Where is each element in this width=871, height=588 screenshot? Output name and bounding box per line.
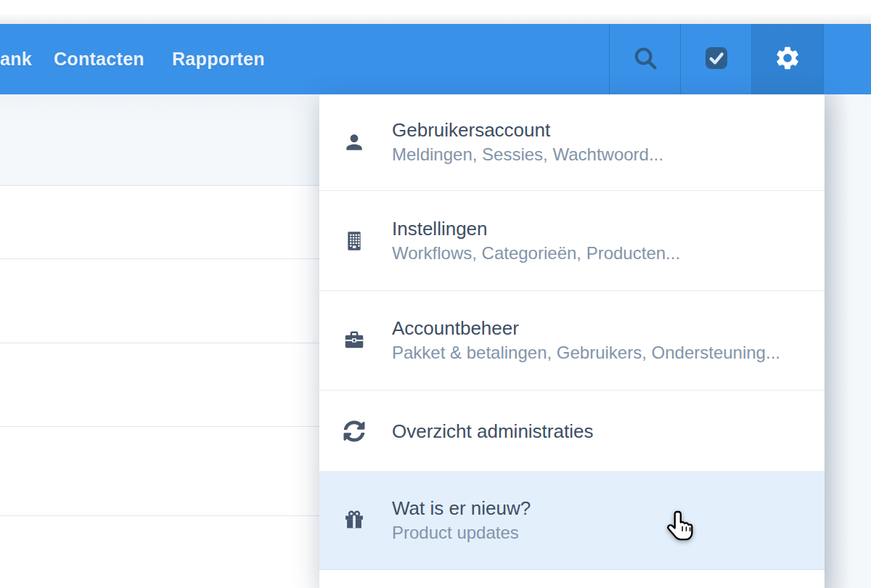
gift-icon [340,508,369,533]
search-icon [631,44,659,75]
menu-item-overzicht-administraties[interactable]: Overzicht administraties [319,391,825,472]
menu-item-gebruikersaccount[interactable]: Gebruikersaccount Meldingen, Sessies, Wa… [319,94,825,191]
menu-item-subtitle: Meldingen, Sessies, Wachtwoord... [392,142,663,167]
menu-item-subtitle: Workflows, Categorieën, Producten... [392,241,680,266]
top-white-strip [0,0,871,24]
menu-item-subtitle: Pakket & betalingen, Gebruikers, Onderst… [392,340,780,365]
sync-icon [340,420,369,442]
background-content-left [0,94,320,588]
building-icon [340,229,369,253]
nav-item-contacten[interactable]: Contacten [54,24,144,94]
settings-menu: Gebruikersaccount Meldingen, Sessies, Wa… [319,94,825,588]
menu-item-title: Wat is er nieuw? [392,496,531,520]
user-icon [340,131,369,154]
table-row-divider [0,515,320,516]
navbar-icon-group [609,24,824,94]
settings-button[interactable] [751,24,824,94]
menu-item-accountbeheer[interactable]: Accountbeheer Pakket & betalingen, Gebru… [319,291,825,391]
table-row-divider [0,343,320,343]
tasks-checkbox-icon [702,44,731,75]
tasks-button[interactable] [680,24,751,94]
background-header-panel [0,94,320,186]
table-row-divider [0,258,320,259]
background-content-right [825,94,871,588]
search-button[interactable] [609,24,680,94]
gear-icon [774,44,801,75]
menu-item-title: Instellingen [392,216,680,241]
menu-item-title: Gebruikersaccount [392,118,663,142]
table-row-divider [0,426,320,427]
menu-item-title: Accountbeheer [392,316,780,340]
dropdown-shadow-overlay [825,94,871,588]
menu-item-wat-is-er-nieuw[interactable]: Wat is er nieuw? Product updates [319,472,825,570]
menu-item-instellingen[interactable]: Instellingen Workflows, Categorieën, Pro… [319,191,825,291]
menu-item-partial [319,570,825,588]
menu-item-title: Overzicht administraties [392,419,593,444]
nav-item-rapporten[interactable]: Rapporten [172,24,265,94]
main-navbar: ank Contacten Rapporten [0,24,871,94]
briefcase-icon [340,329,369,352]
menu-item-subtitle: Product updates [392,520,531,545]
nav-item-bank[interactable]: ank [0,24,32,94]
